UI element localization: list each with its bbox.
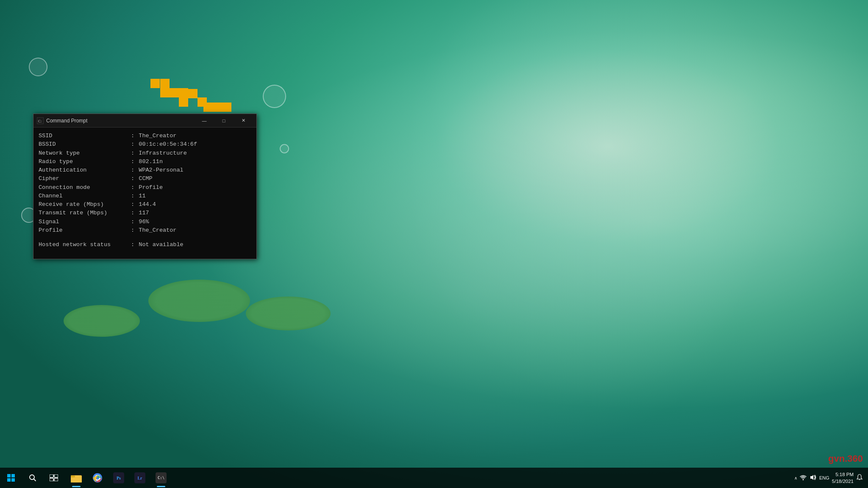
wifi-icon [800, 474, 807, 480]
pixel-block [179, 97, 188, 107]
pixel-block [160, 79, 170, 88]
cmd-body[interactable]: SSID : The_CreatorBSSID : 00:1c:e0:5e:34… [33, 128, 256, 259]
win-square-4 [11, 478, 15, 482]
cmd-row-value: The_Creator [139, 226, 176, 235]
search-button[interactable] [22, 468, 43, 488]
taskbar-item-terminal[interactable]: C:\ [151, 468, 171, 488]
cmd-colon: : [128, 218, 138, 226]
cmd-row-label: Profile [39, 226, 128, 235]
win-square-3 [7, 478, 11, 482]
start-button[interactable] [0, 468, 22, 488]
cmd-row: Transmit rate (Mbps) : 117 [39, 209, 251, 217]
cmd-colon: : [128, 149, 138, 158]
cmd-row: Profile : The_Creator [39, 226, 251, 235]
pixel-block [160, 88, 170, 97]
win-square-1 [7, 474, 11, 477]
svg-marker-14 [810, 475, 813, 480]
task-view-icon [50, 474, 58, 481]
pixel-block [179, 88, 188, 97]
cmd-colon: : [128, 140, 138, 149]
cmd-content: SSID : The_CreatorBSSID : 00:1c:e0:5e:34… [33, 129, 256, 252]
cmd-app-icon: C: [37, 117, 44, 124]
bubble [280, 144, 289, 153]
pixel-block [203, 103, 213, 112]
minimize-button[interactable]: — [195, 114, 214, 128]
cmd-row: Receive rate (Mbps) : 144.4 [39, 200, 251, 209]
lily-pad [246, 297, 331, 330]
bubble [263, 85, 286, 108]
win-square-2 [11, 474, 15, 477]
cmd-row: Authentication : WPA2-Personal [39, 166, 251, 175]
cmd-row-label: Connection mode [39, 183, 128, 192]
cmd-row: Connection mode : Profile [39, 183, 251, 192]
cmd-row-value: 00:1c:e0:5e:34:6f [139, 140, 197, 149]
network-tray-icon[interactable] [800, 474, 807, 482]
show-hidden-icons[interactable]: ∧ [794, 476, 797, 480]
svg-text:C:: C: [38, 119, 42, 123]
system-clock[interactable]: 5:18 PM 5/18/2021 [832, 471, 854, 485]
cmd-row-value: WPA2-Personal [139, 166, 183, 175]
cmd-titlebar: C: Command Prompt — □ ✕ [33, 114, 256, 128]
bell-icon [856, 474, 863, 481]
file-explorer-icon [71, 473, 82, 482]
cmd-row-label: Transmit rate (Mbps) [39, 209, 128, 217]
cmd-colon: : [128, 226, 138, 235]
close-button[interactable]: ✕ [234, 114, 253, 128]
cmd-row-label: Network type [39, 149, 128, 158]
svg-rect-10 [71, 475, 75, 477]
svg-line-3 [34, 479, 36, 481]
cmd-row-label: SSID [39, 132, 128, 140]
maximize-button[interactable]: □ [214, 114, 234, 128]
lightroom-icon: Lr [134, 472, 145, 483]
pixel-block [150, 79, 160, 88]
cmd-row-value: The_Creator [139, 132, 176, 140]
watermark-text: gvn.360 [828, 453, 863, 464]
notification-icon[interactable] [856, 474, 863, 482]
cmd-row-label: Cipher [39, 175, 128, 183]
pixel-block [222, 103, 231, 112]
cmd-row: Cipher : CCMP [39, 175, 251, 183]
cmd-colon: : [128, 158, 138, 166]
volume-tray-icon[interactable] [810, 474, 817, 482]
cmd-separator [39, 235, 251, 241]
cmd-hosted-colon: : [128, 241, 138, 249]
search-icon [29, 474, 36, 482]
cmd-row-value: CCMP [139, 175, 152, 183]
windows-icon [7, 474, 15, 482]
character-area [402, 0, 783, 402]
svg-rect-7 [54, 478, 58, 481]
taskbar-item-chrome[interactable] [87, 468, 108, 488]
cmd-row-label: Receive rate (Mbps) [39, 200, 128, 209]
taskbar: Ps Lr C:\ ∧ [0, 468, 868, 488]
cmd-colon: : [128, 166, 138, 175]
cmd-row-label: BSSID [39, 140, 128, 149]
volume-icon [810, 474, 817, 480]
cmd-colon: : [128, 209, 138, 217]
taskbar-items: Ps Lr C:\ [64, 468, 789, 488]
taskbar-item-photoshop[interactable]: Ps [108, 468, 129, 488]
cmd-row: SSID : The_Creator [39, 132, 251, 140]
svg-rect-5 [54, 474, 58, 477]
svg-rect-9 [71, 477, 82, 482]
cmd-row-value: Infrastructure [139, 149, 186, 158]
cmd-hosted-value: Not available [139, 241, 183, 249]
language-indicator[interactable]: ENG [819, 475, 829, 480]
bubble [29, 58, 47, 76]
watermark: gvn.360 [828, 453, 863, 464]
tray-icons [800, 474, 817, 482]
cmd-row: Radio type : 802.11n [39, 158, 251, 166]
cmd-row-value: 11 [139, 192, 145, 200]
cmd-row-value: 802.11n [139, 158, 163, 166]
terminal-icon: C:\ [156, 472, 167, 483]
taskbar-item-file-explorer[interactable] [66, 468, 86, 488]
cmd-row-value: Profile [139, 183, 163, 192]
cmd-window: C: Command Prompt — □ ✕ SSID : The_Creat… [33, 114, 257, 259]
lily-pad [148, 280, 250, 322]
cmd-row-label: Radio type [39, 158, 128, 166]
cmd-row: Network type : Infrastructure [39, 149, 251, 158]
cmd-row: Signal : 96% [39, 218, 251, 226]
pixel-block [170, 88, 179, 97]
taskbar-item-lightroom[interactable]: Lr [130, 468, 150, 488]
cmd-colon: : [128, 200, 138, 209]
task-view-button[interactable] [43, 468, 64, 488]
